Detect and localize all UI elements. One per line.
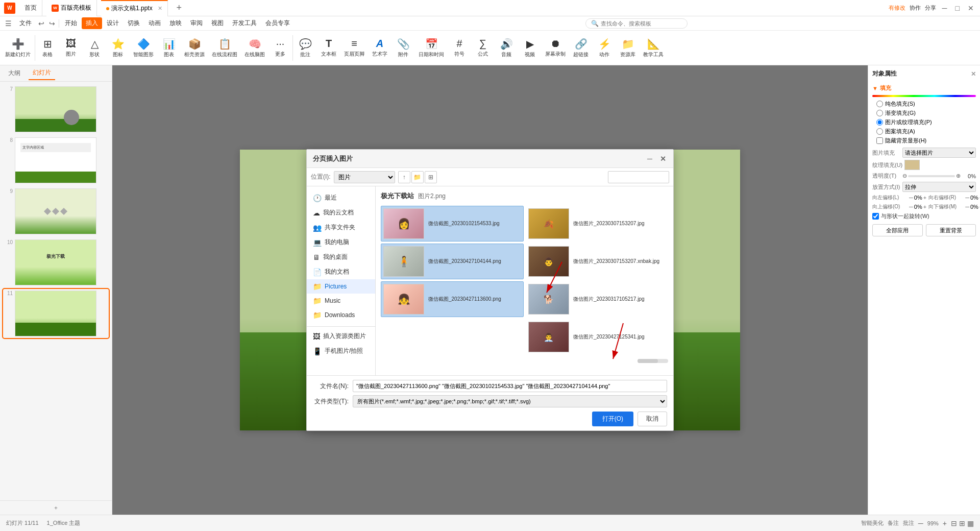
filename-input[interactable] — [353, 380, 667, 392]
tool-table[interactable]: ⊞ 表格 — [36, 36, 59, 60]
offset-left-minus[interactable]: ─ — [909, 195, 913, 201]
file-item-7[interactable]: 👨‍💼 微信图片_20230427125341.jpg — [526, 319, 668, 355]
stretch-select[interactable]: 拉伸 — [902, 182, 976, 192]
zoom-out-btn[interactable]: ─ — [918, 519, 923, 527]
menu-expand[interactable]: ☰ — [2, 18, 15, 29]
sidebar-computer[interactable]: 💻 我的电脑 — [307, 235, 375, 250]
tool-shell[interactable]: 📦 框壳资源 — [181, 36, 208, 60]
dialog-path-select[interactable]: 图片 — [334, 171, 395, 183]
menu-redo[interactable]: ↪ — [47, 18, 57, 29]
search-input[interactable] — [601, 20, 682, 27]
tool-screenrecord[interactable]: ⏺ 屏幕录制 — [542, 36, 569, 60]
share-btn[interactable]: 分享 — [925, 4, 936, 12]
tab-active[interactable]: 演示文稿1.pptx ✕ — [101, 0, 168, 16]
tool-shape[interactable]: △ 形状 — [83, 36, 106, 60]
offset-bottom-minus[interactable]: ─ — [965, 204, 969, 210]
slide-item-11[interactable]: 11 — [3, 289, 109, 338]
collab-btn[interactable]: 协作 — [910, 4, 921, 12]
menu-switch[interactable]: 切换 — [124, 17, 144, 29]
dialog-close-btn[interactable]: ✕ — [658, 154, 668, 164]
tool-flowchart[interactable]: 📋 在线流程图 — [209, 36, 240, 60]
tab-home[interactable]: 首页 — [19, 0, 42, 16]
image-fill-select[interactable]: 请选择图片 — [902, 148, 976, 158]
nav-up-btn[interactable]: ↑ — [398, 171, 410, 183]
tool-more[interactable]: ··· 更多 — [269, 36, 291, 60]
sidebar-recent[interactable]: 🕐 最近 — [307, 190, 375, 205]
fill-option-solid[interactable]: 纯色填充(S) — [876, 100, 976, 108]
fill-option-hide[interactable]: 隐藏背景显形(H) — [876, 137, 976, 144]
add-slide-btn[interactable]: ＋ — [0, 500, 112, 515]
horizontal-scrollbar[interactable] — [638, 359, 668, 363]
file-item-3[interactable]: 👧 微信截图_20230427113600.png — [381, 281, 524, 317]
tool-wordart[interactable]: A 艺术字 — [369, 36, 391, 60]
sidebar-downloads[interactable]: 📁 Downloads — [307, 308, 375, 322]
offset-right-minus[interactable]: ─ — [965, 195, 969, 201]
maximize-btn[interactable]: □ — [953, 4, 962, 12]
tool-comment[interactable]: 💬 批注 — [294, 36, 316, 60]
tool-hyperlink[interactable]: 🔗 超链接 — [570, 36, 592, 60]
tool-resource[interactable]: 📁 资源库 — [617, 36, 639, 60]
view-grid-btn[interactable]: ⊞ — [959, 519, 965, 527]
offset-top-plus[interactable]: + — [923, 204, 926, 210]
sidebar-cloud[interactable]: ☁ 我的云文档 — [307, 205, 375, 220]
minimize-btn[interactable]: ─ — [940, 4, 949, 12]
file-item-5[interactable]: 👨 微信图片_20230307153207.xnbak.jpg — [526, 244, 668, 279]
menu-file[interactable]: 文件 — [15, 17, 36, 29]
reset-bg-btn[interactable]: 重置背景 — [926, 224, 976, 236]
tool-chart[interactable]: 📊 图表 — [158, 36, 180, 60]
slide-item-7[interactable]: 7 — [3, 85, 109, 134]
transparency-slider[interactable] — [908, 175, 955, 177]
file-item-4[interactable]: 🍂 微信图片_20230307153207.jpg — [526, 206, 668, 242]
tab-close-icon[interactable]: ✕ — [158, 5, 162, 12]
fill-option-pattern[interactable]: 图案填充(A) — [876, 128, 976, 135]
cancel-button[interactable]: 取消 — [638, 412, 667, 426]
view-normal-btn[interactable]: ⊟ — [951, 519, 957, 527]
tool-formula[interactable]: ∑ 公式 — [472, 36, 494, 60]
tool-video[interactable]: ▶ 视频 — [519, 36, 541, 60]
offset-top-minus[interactable]: ─ — [909, 204, 913, 210]
comment-btn[interactable]: 批注 — [903, 519, 914, 527]
menu-view[interactable]: 视图 — [207, 17, 228, 29]
fill-option-gradient[interactable]: 渐变填充(G) — [876, 109, 976, 117]
tool-textbox[interactable]: T 文本框 — [317, 36, 340, 60]
sidebar-resource-images[interactable]: 🖼 插入资源类图片 — [307, 329, 375, 344]
menu-dev[interactable]: 开发工具 — [228, 17, 261, 29]
filetype-select[interactable]: 所有图片(*.emf;*.wmf;*.jpg;*.jpeg;*.jpe;*.pn… — [353, 395, 667, 407]
view-fullscreen-btn[interactable]: ▦ — [967, 519, 974, 527]
tool-smartgraph[interactable]: 🔷 智能图形 — [130, 36, 157, 60]
sidebar-pictures[interactable]: 📁 Pictures — [307, 279, 375, 294]
tool-header-footer[interactable]: ≡ 页眉页脚 — [341, 36, 368, 60]
menu-design[interactable]: 设计 — [103, 17, 123, 29]
slide-item-10[interactable]: 10 极光下载 — [3, 238, 109, 287]
tool-image[interactable]: 🖼 图片 — [60, 36, 82, 60]
sidebar-desktop[interactable]: 🖥 我的桌面 — [307, 250, 375, 264]
modify-btn[interactable]: 有修改 — [889, 4, 905, 12]
tab-add-btn[interactable]: + — [172, 1, 186, 15]
tool-symbol[interactable]: # 符号 — [448, 36, 471, 60]
tool-datetime[interactable]: 📅 日期和时间 — [415, 36, 447, 60]
slide-item-9[interactable]: 9 — [3, 187, 109, 236]
file-item-6[interactable]: 🐕 微信图片_20230317105217.jpg — [526, 281, 668, 317]
menu-playback[interactable]: 放映 — [165, 17, 186, 29]
slide-item-8[interactable]: 8 文字内容区域 — [3, 136, 109, 185]
tool-audio[interactable]: 🔊 音频 — [495, 36, 518, 60]
apply-all-btn[interactable]: 全部应用 — [872, 224, 923, 236]
menu-animation[interactable]: 动画 — [144, 17, 165, 29]
tool-action[interactable]: ⚡ 动作 — [593, 36, 616, 60]
fill-option-picture[interactable]: 图片或纹理填充(P) — [876, 118, 976, 126]
rotate-with-shape-row[interactable]: 与形状一起旋转(W) — [872, 212, 976, 220]
menu-insert[interactable]: 插入 — [82, 17, 102, 29]
nav-new-folder-btn[interactable]: 📁 — [411, 171, 424, 183]
smart-beautify-btn[interactable]: 智能美化 — [861, 519, 884, 527]
menu-start[interactable]: 开始 — [61, 17, 81, 29]
tool-mindmap[interactable]: 🧠 在线脑图 — [241, 36, 268, 60]
panel-tab-slides[interactable]: 幻灯片 — [29, 66, 55, 80]
open-button[interactable]: 打开(O) — [592, 412, 633, 426]
notes-btn[interactable]: 备注 — [888, 519, 899, 527]
file-item-2[interactable]: 🧍 微信截图_20230427104144.png — [381, 244, 524, 279]
tool-new-slide[interactable]: ➕ 新建幻灯片 — [2, 36, 34, 60]
tool-attach[interactable]: 📎 附件 — [392, 36, 414, 60]
panel-tab-outline[interactable]: 大纲 — [4, 67, 24, 80]
dialog-minimize-btn[interactable]: ─ — [645, 154, 655, 164]
texture-swatch[interactable] — [904, 160, 920, 170]
